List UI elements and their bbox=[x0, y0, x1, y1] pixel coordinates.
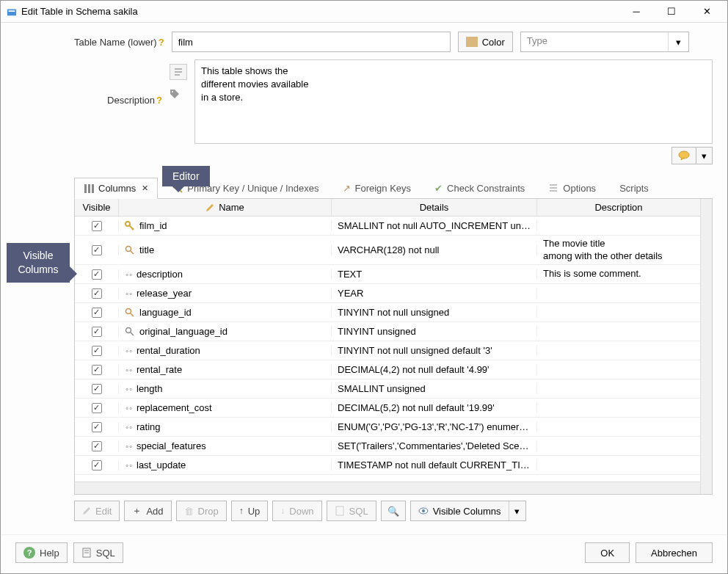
visible-checkbox[interactable] bbox=[92, 441, 102, 451]
table-row[interactable]: titleVARCHAR(128) not nullThe movie titl… bbox=[75, 236, 700, 265]
table-row[interactable]: ∘∘rental_rateDECIMAL(4,2) not null defau… bbox=[75, 360, 700, 379]
tab-options[interactable]: Options bbox=[539, 178, 605, 198]
tab-check-constraints[interactable]: ✔ Check Constraints bbox=[426, 178, 534, 198]
tag-icon[interactable] bbox=[170, 89, 180, 99]
dialog-window: Edit Table in Schema sakila ─ ☐ ✕ Editor… bbox=[0, 0, 728, 574]
description-textarea[interactable]: This table shows the different movies av… bbox=[194, 59, 713, 144]
column-name-cell[interactable]: original_language_id bbox=[119, 326, 332, 337]
vertical-scrollbar[interactable] bbox=[700, 199, 712, 494]
visible-checkbox[interactable] bbox=[92, 269, 102, 280]
table-row[interactable]: ∘∘descriptionTEXTThis is some comment. bbox=[75, 265, 700, 284]
color-swatch-icon bbox=[466, 37, 478, 47]
header-details[interactable]: Details bbox=[332, 199, 537, 216]
sql-footer-button[interactable]: SQL bbox=[73, 542, 123, 563]
table-row[interactable]: film_idSMALLINT not null AUTO_INCREMENT … bbox=[75, 217, 700, 236]
svg-point-6 bbox=[679, 151, 689, 159]
header-visible[interactable]: Visible bbox=[75, 199, 119, 216]
grid-header: Visible Name Details Description bbox=[75, 199, 700, 217]
check-icon: ✔ bbox=[434, 183, 443, 194]
table-row[interactable]: language_idTINYINT not null unsigned bbox=[75, 303, 700, 322]
table-row[interactable]: ∘∘special_featuresSET('Trailers','Commen… bbox=[75, 437, 700, 456]
table-row[interactable]: ∘∘lengthSMALLINT unsigned bbox=[75, 379, 700, 399]
trash-icon: 🗑 bbox=[184, 506, 194, 517]
visible-checkbox[interactable] bbox=[92, 384, 102, 394]
visible-checkbox[interactable] bbox=[92, 365, 102, 375]
column-details-cell: TINYINT not null unsigned default '3' bbox=[332, 345, 537, 356]
description-text-mode-button[interactable] bbox=[170, 64, 187, 80]
column-name-cell[interactable]: ∘∘rental_duration bbox=[119, 345, 332, 356]
edit-button[interactable]: Edit bbox=[74, 501, 120, 521]
app-icon bbox=[7, 7, 17, 17]
tab-scripts[interactable]: Scripts bbox=[611, 178, 658, 198]
help-button[interactable]: ? Help bbox=[15, 542, 68, 563]
visible-checkbox[interactable] bbox=[92, 308, 102, 318]
help-icon[interactable]: ? bbox=[159, 37, 164, 48]
header-name[interactable]: Name bbox=[119, 199, 332, 216]
tab-foreign-keys[interactable]: ↗ Foreign Keys bbox=[334, 178, 421, 198]
visible-checkbox[interactable] bbox=[92, 403, 102, 413]
visible-checkbox[interactable] bbox=[92, 327, 102, 337]
comment-dropdown-button[interactable]: ▾ bbox=[696, 147, 713, 164]
visible-checkbox[interactable] bbox=[92, 460, 102, 471]
add-button[interactable]: ＋ Add bbox=[124, 501, 171, 521]
column-name-cell[interactable]: ∘∘rental_rate bbox=[119, 364, 332, 375]
search-button[interactable]: 🔍 bbox=[381, 501, 406, 521]
column-name-cell[interactable]: ∘∘rating bbox=[119, 421, 332, 432]
chevron-down-icon: ▾ bbox=[509, 506, 525, 517]
svg-point-22 bbox=[126, 327, 131, 333]
type-select[interactable]: Type ▾ bbox=[520, 32, 689, 52]
column-icon: ∘∘ bbox=[125, 442, 132, 450]
column-name-cell[interactable]: ∘∘length bbox=[119, 383, 332, 394]
help-icon[interactable]: ? bbox=[156, 95, 162, 106]
table-row[interactable]: ∘∘ratingENUM('G','PG','PG-13','R','NC-17… bbox=[75, 418, 700, 437]
column-name-cell[interactable]: ∘∘replacement_cost bbox=[119, 402, 332, 413]
column-name-cell[interactable]: language_id bbox=[119, 307, 332, 318]
table-row[interactable]: ∘∘rental_durationTINYINT not null unsign… bbox=[75, 341, 700, 360]
up-button[interactable]: ↑ Up bbox=[231, 501, 269, 521]
titlebar: Edit Table in Schema sakila ─ ☐ ✕ bbox=[1, 1, 727, 23]
visible-columns-dropdown[interactable]: Visible Columns ▾ bbox=[410, 501, 526, 521]
cancel-button[interactable]: Abbrechen bbox=[636, 542, 713, 563]
down-button[interactable]: ↓ Down bbox=[272, 501, 321, 521]
column-name-cell[interactable]: ∘∘release_year bbox=[119, 288, 332, 299]
foreign-key-icon bbox=[125, 327, 135, 337]
horizontal-scrollbar[interactable] bbox=[75, 482, 700, 494]
column-name-cell[interactable]: film_id bbox=[119, 220, 332, 231]
sql-button[interactable]: SQL bbox=[327, 501, 376, 521]
comment-button[interactable] bbox=[671, 147, 696, 164]
index-icon bbox=[125, 245, 135, 255]
visible-checkbox[interactable] bbox=[92, 221, 102, 231]
visible-columns-callout: Visible Columns bbox=[7, 243, 70, 283]
close-button[interactable]: ✕ bbox=[692, 4, 721, 20]
table-row[interactable]: ∘∘release_yearYEAR bbox=[75, 284, 700, 303]
ok-button[interactable]: OK bbox=[585, 542, 630, 563]
column-details-cell: TINYINT unsigned bbox=[332, 326, 537, 337]
color-button[interactable]: Color bbox=[458, 32, 513, 52]
column-details-cell: DECIMAL(4,2) not null default '4.99' bbox=[332, 364, 537, 375]
column-name-cell[interactable]: ∘∘special_features bbox=[119, 440, 332, 451]
column-name-cell[interactable]: ∘∘last_update bbox=[119, 459, 332, 471]
table-row[interactable]: ∘∘last_updateTIMESTAMP not null default … bbox=[75, 456, 700, 475]
column-icon: ∘∘ bbox=[125, 461, 132, 469]
minimize-button[interactable]: ─ bbox=[622, 4, 651, 20]
visible-checkbox[interactable] bbox=[92, 245, 102, 255]
visible-checkbox[interactable] bbox=[92, 288, 102, 299]
column-details-cell: TEXT bbox=[332, 269, 537, 280]
editor-callout: Editor bbox=[162, 166, 210, 186]
column-icon: ∘∘ bbox=[125, 289, 132, 297]
header-description[interactable]: Description bbox=[537, 199, 700, 216]
column-name-cell[interactable]: title bbox=[119, 244, 332, 255]
table-row[interactable]: ∘∘replacement_costDECIMAL(5,2) not null … bbox=[75, 399, 700, 418]
drop-button[interactable]: 🗑 Drop bbox=[176, 501, 227, 521]
tab-columns[interactable]: Columns ✕ bbox=[74, 178, 158, 199]
svg-line-23 bbox=[131, 333, 134, 335]
primary-key-icon bbox=[125, 221, 135, 231]
column-details-cell: VARCHAR(128) not null bbox=[332, 244, 537, 255]
visible-checkbox[interactable] bbox=[92, 422, 102, 432]
visible-checkbox[interactable] bbox=[92, 346, 102, 356]
table-row[interactable]: original_language_idTINYINT unsigned bbox=[75, 322, 700, 341]
column-name-cell[interactable]: ∘∘description bbox=[119, 269, 332, 280]
close-icon[interactable]: ✕ bbox=[142, 184, 148, 193]
maximize-button[interactable]: ☐ bbox=[657, 4, 686, 20]
table-name-input[interactable] bbox=[172, 32, 451, 52]
